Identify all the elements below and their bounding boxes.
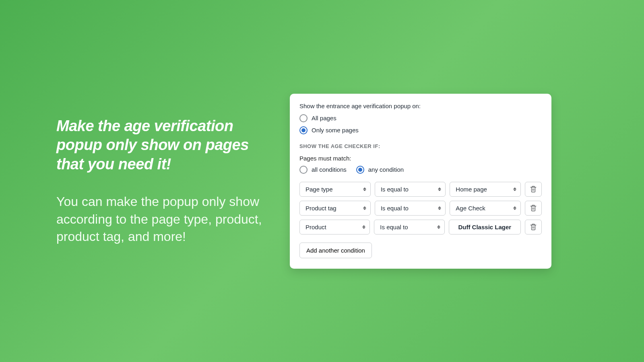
delete-condition-button[interactable] xyxy=(525,182,542,197)
chevron-up-down-icon xyxy=(363,187,366,191)
condition-field-select[interactable]: Page type xyxy=(299,182,371,197)
condition-operator-select-value: Is equal to xyxy=(381,205,409,212)
condition-row: Page typeIs equal toHome page xyxy=(299,182,542,197)
conditions-list: Page typeIs equal toHome pageProduct tag… xyxy=(299,182,542,234)
promo-subhead: You can make the popup only show accordi… xyxy=(56,193,266,245)
condition-value-select[interactable]: Home page xyxy=(450,182,521,197)
radio-label: All pages xyxy=(312,115,336,121)
condition-field-select[interactable]: Product tag xyxy=(299,201,371,216)
chevron-up-down-icon xyxy=(362,225,365,229)
condition-operator-select-value: Is equal to xyxy=(380,224,408,230)
match-label: Pages must match: xyxy=(299,155,542,162)
condition-field-select[interactable]: Product xyxy=(299,220,370,234)
condition-row: ProductIs equal toDuff Classic Lager xyxy=(299,220,542,234)
chevron-up-down-icon xyxy=(513,206,516,210)
condition-operator-select[interactable]: Is equal to xyxy=(375,182,446,197)
radio-icon xyxy=(299,166,308,174)
condition-value-select-value: Home page xyxy=(456,186,487,193)
radio-icon xyxy=(299,126,308,134)
chevron-up-down-icon xyxy=(363,206,366,210)
add-condition-button[interactable]: Add another condition xyxy=(299,243,372,258)
condition-value-select[interactable]: Age Check xyxy=(450,201,521,216)
condition-value-input-value: Duff Classic Lager xyxy=(458,224,511,230)
radio-icon xyxy=(356,166,364,174)
condition-row: Product tagIs equal toAge Check xyxy=(299,201,542,216)
radio-label: all conditions xyxy=(312,166,347,173)
delete-condition-button[interactable] xyxy=(525,220,542,234)
condition-value-select-value: Age Check xyxy=(456,205,485,212)
radio-all-conditions[interactable]: all conditions xyxy=(299,166,347,174)
condition-field-select-value: Page type xyxy=(305,186,333,193)
condition-operator-select[interactable]: Is equal to xyxy=(374,220,444,234)
condition-field-select-value: Product tag xyxy=(305,205,336,212)
promo-headline: Make the age verification popup only sho… xyxy=(56,117,266,174)
radio-icon xyxy=(299,114,308,122)
condition-operator-select-value: Is equal to xyxy=(381,186,409,193)
radio-any-condition[interactable]: any condition xyxy=(356,166,404,174)
delete-condition-button[interactable] xyxy=(525,201,542,216)
match-radio-group: all conditions any condition xyxy=(299,166,542,174)
condition-field-select-value: Product xyxy=(305,224,326,230)
trash-icon xyxy=(530,223,537,230)
condition-value-input[interactable]: Duff Classic Lager xyxy=(449,220,521,234)
trash-icon xyxy=(530,204,537,212)
chevron-up-down-icon xyxy=(513,187,516,191)
show-on-label: Show the entrance age verification popup… xyxy=(299,103,542,109)
condition-operator-select[interactable]: Is equal to xyxy=(375,201,446,216)
settings-panel: Show the entrance age verification popup… xyxy=(290,94,551,269)
radio-some-pages[interactable]: Only some pages xyxy=(299,126,542,134)
chevron-up-down-icon xyxy=(438,187,441,191)
section-label: SHOW THE AGE CHECKER IF: xyxy=(299,143,542,149)
trash-icon xyxy=(530,185,537,193)
chevron-up-down-icon xyxy=(438,206,441,210)
show-on-radio-group: All pages Only some pages xyxy=(299,114,542,134)
radio-label: any condition xyxy=(368,166,404,173)
radio-all-pages[interactable]: All pages xyxy=(299,114,542,122)
chevron-up-down-icon xyxy=(437,225,440,229)
radio-label: Only some pages xyxy=(312,127,359,134)
